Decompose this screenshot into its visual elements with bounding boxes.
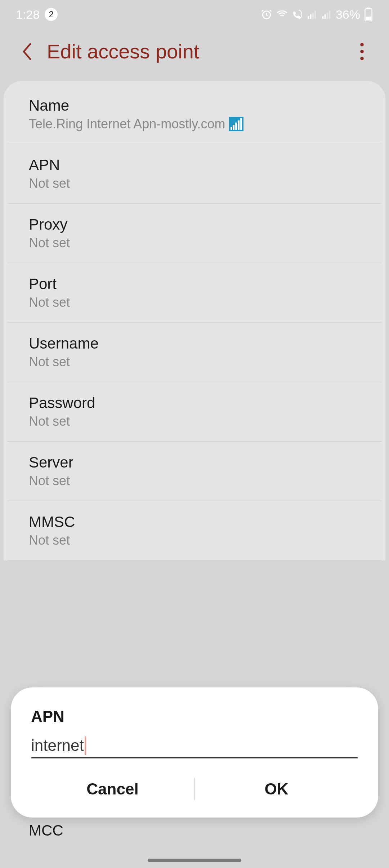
notification-count-badge: 2 bbox=[45, 8, 58, 21]
back-button[interactable] bbox=[18, 43, 36, 61]
svg-point-13 bbox=[360, 50, 364, 53]
app-header: Edit access point bbox=[0, 29, 389, 81]
setting-apn[interactable]: APN Not set bbox=[7, 144, 382, 204]
signal-1-icon bbox=[307, 9, 318, 20]
cancel-button[interactable]: Cancel bbox=[31, 771, 194, 807]
apn-input[interactable] bbox=[31, 736, 358, 754]
svg-rect-1 bbox=[308, 16, 309, 19]
signal-bars-icon bbox=[229, 117, 243, 131]
setting-label: MMSC bbox=[29, 513, 360, 531]
dialog-actions: Cancel OK bbox=[31, 771, 358, 807]
setting-value: Not set bbox=[29, 176, 360, 191]
setting-value: Not set bbox=[29, 533, 360, 548]
ok-button[interactable]: OK bbox=[195, 771, 358, 807]
alarm-icon bbox=[261, 9, 272, 20]
text-cursor bbox=[85, 736, 86, 755]
status-right: 36% bbox=[261, 8, 373, 22]
setting-value: Not set bbox=[29, 235, 360, 251]
more-options-button[interactable] bbox=[353, 41, 371, 62]
page-title: Edit access point bbox=[47, 40, 342, 63]
setting-label: Name bbox=[29, 97, 360, 114]
setting-password[interactable]: Password Not set bbox=[7, 382, 382, 442]
setting-name[interactable]: Name Tele.Ring Internet Apn-mostly.com bbox=[7, 85, 382, 144]
setting-label: Username bbox=[29, 335, 360, 352]
status-bar: 1:28 2 36% bbox=[0, 0, 389, 29]
signal-2-icon bbox=[321, 9, 332, 20]
dialog-title: APN bbox=[31, 708, 358, 726]
svg-rect-2 bbox=[310, 14, 312, 19]
setting-value: Not set bbox=[29, 354, 360, 369]
setting-proxy[interactable]: Proxy Not set bbox=[7, 204, 382, 263]
vowifi-icon bbox=[292, 9, 303, 20]
svg-rect-6 bbox=[325, 14, 326, 19]
battery-icon bbox=[364, 8, 373, 21]
dialog-input-wrap[interactable] bbox=[31, 736, 358, 758]
status-time: 1:28 bbox=[16, 8, 40, 22]
status-left: 1:28 2 bbox=[16, 8, 58, 22]
setting-label: Proxy bbox=[29, 216, 360, 233]
setting-port[interactable]: Port Not set bbox=[7, 263, 382, 323]
svg-point-14 bbox=[360, 57, 364, 60]
svg-rect-4 bbox=[314, 11, 316, 19]
setting-label: Port bbox=[29, 275, 360, 293]
svg-rect-3 bbox=[312, 13, 314, 19]
setting-server[interactable]: Server Not set bbox=[7, 442, 382, 501]
setting-value: Not set bbox=[29, 414, 360, 429]
setting-username[interactable]: Username Not set bbox=[7, 323, 382, 382]
svg-rect-11 bbox=[366, 17, 371, 20]
setting-mmsc[interactable]: MMSC Not set bbox=[7, 501, 382, 561]
setting-label: APN bbox=[29, 156, 360, 174]
setting-value: Tele.Ring Internet Apn-mostly.com bbox=[29, 116, 360, 132]
svg-rect-5 bbox=[322, 16, 323, 19]
svg-point-12 bbox=[360, 43, 364, 46]
apn-edit-dialog: APN Cancel OK bbox=[11, 687, 378, 818]
wifi-icon bbox=[276, 8, 288, 21]
setting-value: Not set bbox=[29, 473, 360, 488]
setting-value: Not set bbox=[29, 295, 360, 310]
setting-label: Server bbox=[29, 454, 360, 471]
navigation-handle[interactable] bbox=[148, 859, 241, 862]
setting-mcc-peek[interactable]: MCC bbox=[29, 822, 63, 839]
setting-label: Password bbox=[29, 394, 360, 412]
svg-rect-7 bbox=[327, 13, 328, 19]
svg-rect-8 bbox=[329, 11, 330, 19]
settings-list: Name Tele.Ring Internet Apn-mostly.com A… bbox=[4, 81, 385, 561]
battery-percent: 36% bbox=[336, 8, 360, 22]
